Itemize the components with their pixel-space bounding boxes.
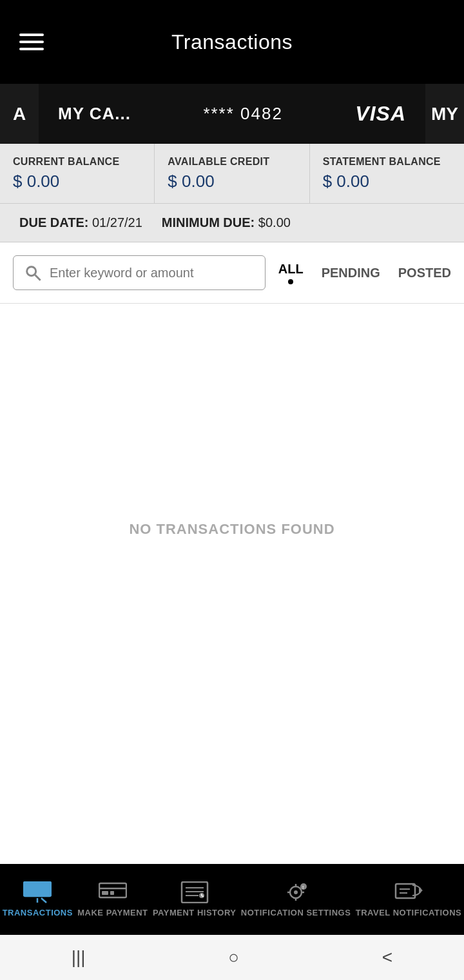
card-network: VISA — [355, 102, 406, 126]
available-credit-label: AVAILABLE CREDIT — [168, 155, 296, 168]
tab-pending[interactable]: PENDING — [322, 266, 380, 280]
menu-button[interactable] — [19, 34, 44, 50]
card-prev-button[interactable]: A — [0, 84, 39, 144]
available-credit-value: $ 0.00 — [168, 172, 296, 191]
svg-rect-27 — [396, 884, 415, 898]
card-name: MY CA... — [58, 104, 131, 124]
active-indicator — [288, 279, 293, 284]
nav-make-payment[interactable]: MAKE PAYMENT — [77, 881, 148, 918]
svg-text:!: ! — [302, 885, 304, 890]
tab-all[interactable]: ALL — [278, 262, 304, 284]
svg-rect-8 — [99, 883, 126, 897]
android-navigation: ||| ○ < — [0, 935, 464, 980]
nav-make-payment-label: MAKE PAYMENT — [77, 908, 148, 918]
current-balance-value: $ 0.00 — [13, 172, 141, 191]
bottom-navigation: TRANSACTIONS MAKE PAYMENT — [0, 864, 464, 935]
next-card-label: MY — [431, 104, 458, 124]
svg-point-0 — [27, 267, 36, 276]
search-input[interactable] — [50, 266, 255, 280]
nav-notification-settings-label: NOTIFICATION SETTINGS — [241, 908, 351, 918]
svg-rect-11 — [110, 891, 114, 895]
balance-section: CURRENT BALANCE $ 0.00 AVAILABLE CREDIT … — [0, 144, 464, 204]
statement-balance-label: STATEMENT BALANCE — [323, 155, 451, 168]
svg-line-1 — [35, 275, 41, 280]
current-balance-label: CURRENT BALANCE — [13, 155, 141, 168]
prev-card-label: A — [13, 104, 26, 124]
page-title: Transactions — [171, 30, 293, 54]
make-payment-icon — [99, 881, 127, 904]
no-transactions-message: NO TRANSACTIONS FOUND — [129, 521, 334, 538]
tab-posted[interactable]: POSTED — [398, 266, 451, 280]
transactions-list: NO TRANSACTIONS FOUND — [0, 304, 464, 936]
svg-rect-5 — [44, 885, 46, 887]
card-next-button[interactable]: MY — [425, 84, 464, 144]
card-carousel: A MY CA... **** 0482 VISA MY — [0, 84, 464, 144]
due-date-bar: DUE DATE: 01/27/21 MINIMUM DUE: $0.00 — [0, 204, 464, 242]
due-date: DUE DATE: 01/27/21 — [19, 215, 142, 230]
travel-notifications-icon — [394, 881, 423, 904]
search-box[interactable] — [13, 255, 266, 290]
empty-state: NO TRANSACTIONS FOUND — [0, 304, 464, 755]
card-display: MY CA... **** 0482 VISA — [39, 84, 425, 144]
svg-rect-3 — [26, 885, 35, 890]
search-icon — [24, 264, 42, 282]
nav-transactions[interactable]: TRANSACTIONS — [3, 881, 73, 918]
transactions-icon — [23, 881, 52, 904]
back-button[interactable]: < — [382, 947, 392, 968]
minimum-due: MINIMUM DUE: $0.00 — [162, 215, 291, 230]
nav-payment-history-label: PAYMENT HISTORY — [153, 908, 237, 918]
available-credit: AVAILABLE CREDIT $ 0.00 — [155, 144, 309, 203]
payment-history-icon — [180, 881, 209, 904]
svg-line-7 — [41, 898, 46, 903]
nav-notification-settings[interactable]: ! NOTIFICATION SETTINGS — [241, 881, 351, 918]
card-number: **** 0482 — [203, 104, 283, 124]
recents-button[interactable]: ||| — [72, 947, 86, 968]
home-button[interactable]: ○ — [228, 947, 239, 968]
notification-settings-icon: ! — [282, 881, 310, 904]
search-filter-bar: ALL PENDING POSTED — [0, 242, 464, 304]
statement-balance: STATEMENT BALANCE $ 0.00 — [310, 144, 464, 203]
svg-point-20 — [294, 890, 298, 894]
current-balance: CURRENT BALANCE $ 0.00 — [0, 144, 155, 203]
statement-balance-value: $ 0.00 — [323, 172, 451, 191]
nav-payment-history[interactable]: PAYMENT HISTORY — [153, 881, 237, 918]
nav-travel-notifications-label: TRAVEL NOTIFICATIONS — [356, 908, 462, 918]
svg-rect-10 — [102, 891, 108, 895]
nav-travel-notifications[interactable]: TRAVEL NOTIFICATIONS — [356, 881, 462, 918]
filter-tabs: ALL PENDING POSTED — [278, 262, 451, 284]
app-header: Transactions — [0, 0, 464, 84]
svg-rect-4 — [39, 885, 42, 887]
nav-transactions-label: TRANSACTIONS — [3, 908, 73, 918]
